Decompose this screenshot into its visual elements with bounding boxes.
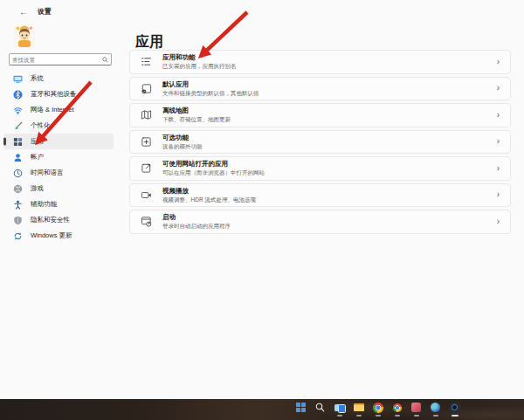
sidebar-item-label: 网络 & Internet	[31, 106, 74, 114]
sidebar-item-label: 应用	[31, 137, 44, 146]
card-title: 启动	[162, 214, 492, 221]
chevron-right-icon: ›	[497, 111, 500, 120]
globe-app-button[interactable]	[430, 402, 441, 417]
search-icon	[102, 57, 108, 63]
chevron-right-icon: ›	[497, 217, 500, 226]
sidebar-item-label: Windows 更新	[31, 231, 72, 240]
system-icon	[13, 74, 23, 84]
card-subtitle: 文件和链接类型的默认值，其他默认值	[162, 90, 492, 96]
settings-window: ← 设置 系统	[0, 0, 524, 399]
sidebar-item-label: 帐户	[31, 153, 44, 162]
task-view-button[interactable]	[334, 402, 345, 417]
time-language-icon	[13, 169, 23, 178]
sidebar-item-label: 隐私和安全性	[31, 216, 70, 224]
card-subtitle: 已安装的应用，应用执行别名	[162, 63, 492, 69]
sidebar-item-bluetooth-devices[interactable]: 蓝牙和其他设备	[3, 86, 114, 102]
offline-maps-icon	[141, 109, 152, 120]
card-title: 应用和功能	[162, 54, 492, 61]
sidebar-item-accounts[interactable]: 帐户	[3, 149, 114, 165]
bluetooth-icon	[13, 90, 23, 100]
windows-start-icon	[295, 402, 307, 413]
sidebar-item-windows-update[interactable]: Windows 更新	[3, 228, 114, 244]
chevron-right-icon: ›	[497, 137, 500, 146]
sidebar-item-network-internet[interactable]: 网络 & Internet	[3, 102, 114, 118]
avatar-illustration	[14, 24, 35, 47]
sidebar-item-apps[interactable]: 应用	[3, 134, 114, 149]
card-subtitle: 下载、存储位置、地图更新	[162, 116, 492, 122]
card-subtitle: 可以在应用（而非浏览器）中打开的网站	[162, 169, 492, 176]
file-explorer-button[interactable]	[353, 402, 364, 417]
user-avatar	[14, 24, 35, 47]
browser-button[interactable]	[391, 402, 403, 417]
apps-icon	[13, 137, 23, 147]
card-title: 可使用网站打开的应用	[162, 161, 492, 168]
gaming-icon	[13, 184, 23, 194]
card-offline-maps[interactable]: 离线地图 下载、存储位置、地图更新 ›	[129, 103, 511, 127]
chevron-right-icon: ›	[497, 190, 500, 199]
sidebar-item-label: 辅助功能	[31, 200, 57, 209]
chrome-button[interactable]	[372, 402, 383, 417]
back-button[interactable]: ←	[19, 8, 28, 17]
globe-app-icon	[430, 402, 441, 413]
pink-app-button[interactable]	[410, 402, 422, 417]
search-box[interactable]	[9, 53, 112, 65]
sidebar-item-accessibility[interactable]: 辅助功能	[3, 196, 114, 212]
pink-app-icon	[410, 402, 422, 413]
network-icon	[13, 106, 23, 115]
capture-app-icon	[449, 402, 460, 413]
taskbar-search-button[interactable]	[314, 402, 326, 417]
sidebar-item-system[interactable]: 系统	[3, 71, 114, 86]
browser-icon	[391, 402, 403, 413]
taskbar-icons	[295, 399, 460, 420]
card-title: 视频播放	[162, 188, 492, 195]
sidebar-item-privacy-security[interactable]: 隐私和安全性	[3, 212, 114, 228]
card-subtitle: 视频调整、HDR 流式处理、电池选项	[162, 196, 492, 203]
sidebar-item-time-language[interactable]: 时间和语言	[3, 165, 114, 181]
accounts-icon	[13, 153, 23, 162]
card-startup[interactable]: 启动 登录时自动启动的应用程序 ›	[129, 210, 511, 234]
apps-features-icon	[141, 56, 152, 67]
window-title: 设置	[38, 7, 52, 17]
sidebar-item-gaming[interactable]: 游戏	[3, 181, 114, 196]
chrome-icon	[372, 402, 383, 413]
privacy-icon	[13, 216, 23, 225]
taskbar-search-icon	[314, 402, 326, 413]
settings-card-list: 应用和功能 已安装的应用，应用执行别名 › 默认应用 文件和链接类型的默认值，其…	[129, 50, 511, 234]
sidebar-item-label: 个性化	[31, 121, 51, 130]
startup-icon	[141, 216, 152, 227]
video-playback-icon	[141, 189, 152, 201]
optional-features-icon	[141, 136, 152, 148]
sidebar-item-label: 系统	[31, 74, 44, 83]
card-video-playback[interactable]: 视频播放 视频调整、HDR 流式处理、电池选项 ›	[129, 183, 511, 208]
card-subtitle: 登录时自动启动的应用程序	[162, 223, 492, 229]
start-button[interactable]	[295, 402, 307, 417]
card-title: 离线地图	[162, 107, 492, 114]
card-default-apps[interactable]: 默认应用 文件和链接类型的默认值，其他默认值 ›	[129, 77, 511, 101]
task-view-icon	[334, 402, 345, 413]
app-header: ← 设置	[19, 7, 52, 17]
taskbar	[0, 399, 524, 420]
sidebar-item-label: 游戏	[31, 184, 44, 193]
chevron-right-icon: ›	[497, 164, 500, 173]
card-apps-for-websites[interactable]: 可使用网站打开的应用 可以在应用（而非浏览器）中打开的网站 ›	[129, 156, 511, 181]
sidebar-nav: 系统 蓝牙和其他设备 网络 & Internet 个性化 应用	[3, 71, 114, 244]
card-optional-features[interactable]: 可选功能 设备的额外功能 ›	[129, 130, 511, 155]
search-input[interactable]	[10, 57, 102, 63]
apps-for-websites-icon	[141, 162, 152, 174]
card-title: 默认应用	[162, 81, 492, 88]
nav-selected-accent-bar	[3, 138, 6, 146]
card-subtitle: 设备的额外功能	[162, 143, 492, 149]
page-title: 应用	[135, 33, 163, 52]
file-explorer-icon	[353, 402, 364, 413]
accessibility-icon	[13, 200, 23, 210]
sidebar-item-label: 蓝牙和其他设备	[31, 90, 77, 99]
sidebar-item-label: 时间和语言	[31, 169, 64, 177]
chevron-right-icon: ›	[497, 84, 500, 93]
chevron-right-icon: ›	[497, 58, 500, 66]
card-title: 可选功能	[162, 134, 492, 141]
sidebar-item-personalization[interactable]: 个性化	[3, 118, 114, 134]
capture-app-button[interactable]	[449, 402, 460, 417]
windows-update-icon	[13, 231, 23, 241]
personalization-icon	[13, 121, 23, 131]
card-apps-features[interactable]: 应用和功能 已安装的应用，应用执行别名 ›	[129, 50, 511, 74]
